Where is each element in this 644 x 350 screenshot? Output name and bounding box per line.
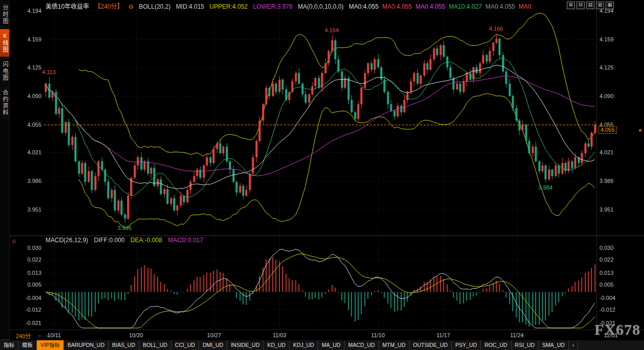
macd-axis-label-left: 0.030 bbox=[10, 245, 41, 251]
toolbar-tab-BOLL_UD[interactable]: BOLL_UD bbox=[139, 340, 171, 350]
layout-control-button-5[interactable]: ▦ bbox=[606, 2, 614, 9]
price-axis-label-left: 4.090 bbox=[10, 93, 41, 99]
collapse-indicator-icon[interactable]: ⊖ bbox=[128, 3, 134, 10]
layout-control-button-4[interactable]: ▥ bbox=[596, 2, 604, 9]
watermark: FX678 bbox=[594, 321, 640, 338]
sidebar-tab-K线图[interactable]: K线图 bbox=[0, 29, 9, 57]
price-axis-label-right: 4.021 bbox=[599, 149, 614, 155]
boll-upper-value: UPPER:4.052 bbox=[210, 3, 248, 10]
toolbar-tab-MA_UD[interactable]: MA_UD bbox=[318, 340, 345, 350]
boll-mid-value: MID:4.015 bbox=[176, 3, 204, 10]
toolbar-tab-BIAS_UD[interactable]: BIAS_UD bbox=[108, 340, 139, 350]
toolbar-tab-SMA_UD[interactable]: SMA_UD bbox=[539, 340, 569, 350]
sidebar-tab-闪电图[interactable]: 闪电图 bbox=[0, 58, 9, 85]
toolbar-tab-RSI_UD[interactable]: RSI_UD bbox=[512, 340, 539, 350]
ma-value: MA0:4.055 bbox=[349, 3, 379, 10]
date-label-11/24: 11/24 bbox=[510, 332, 524, 338]
toolbar-tab-KDJ_UD[interactable]: KDJ_UD bbox=[290, 340, 318, 350]
latest-price-arrow-icon[interactable]: ▲ bbox=[638, 127, 642, 132]
layout-control-button-3[interactable]: ▤ bbox=[586, 2, 594, 9]
boll-label: BOLL(20,2) bbox=[139, 3, 170, 10]
chart-region: 分时图K线图闪电图合约资料 美债10年收益率 【240分】 ⊖ BOLL(20,… bbox=[0, 0, 644, 339]
layout-control-button-2[interactable]: ⊟ bbox=[576, 2, 585, 9]
sidebar-tab-合约资料[interactable]: 合约资料 bbox=[0, 86, 9, 120]
macd-axis-label-right: 0.030 bbox=[599, 245, 614, 251]
price-axis-label-right: 4.090 bbox=[599, 93, 614, 99]
price-axis-label-right: 3.986 bbox=[599, 178, 614, 184]
date-label-11/03: 11/03 bbox=[273, 332, 286, 338]
pan-left-button[interactable]: ← bbox=[37, 332, 43, 338]
toolbar-tab-MTM_UD[interactable]: MTM_UD bbox=[379, 340, 410, 350]
macd-panel-toggle-icon[interactable]: ◎ bbox=[12, 238, 16, 244]
price-axis-label-right: 4.159 bbox=[599, 36, 614, 42]
current-price-tag: 4.055 bbox=[598, 126, 617, 134]
date-label-11/10: 11/10 bbox=[371, 332, 385, 338]
left-sidebar: 分时图K线图闪电图合约资料 bbox=[0, 0, 10, 339]
macd-header: MACD(26,12,9) DIFF:0.000 DEA:-0.008 MACD… bbox=[46, 237, 207, 244]
macd-macd-value: MACD:0.017 bbox=[168, 237, 203, 244]
macd-axis-label-left: -0.004 bbox=[10, 295, 41, 301]
price-axis-label-left: 4.159 bbox=[10, 36, 41, 42]
macd-axis-label-left: -0.012 bbox=[10, 307, 41, 313]
macd-axis-label-right: 0.013 bbox=[599, 270, 614, 276]
macd-axis-label-right: 0.022 bbox=[599, 256, 614, 263]
indicator-header: 美债10年收益率 【240分】 ⊖ BOLL(20,2) MID:4.015 U… bbox=[46, 2, 540, 10]
ma-values: MA0:4.055MA0:4.055MA0:4.055MA10:4.027MA0… bbox=[349, 3, 537, 10]
trading-app: 分时图K线图闪电图合约资料 美债10年收益率 【240分】 ⊖ BOLL(20,… bbox=[0, 0, 644, 350]
date-label-11/17: 11/17 bbox=[436, 332, 450, 338]
price-axis-label-left: 3.986 bbox=[10, 178, 41, 184]
bottom-toolbar: 指标模板VIP指标BARUPDN_UDBIAS_UDBOLL_UDCCI_UDD… bbox=[0, 339, 644, 350]
price-annotation-4.113: 4.113 bbox=[42, 69, 56, 75]
window-controls: ⊞⊟▤▥▦ bbox=[567, 2, 614, 9]
toolbar-tab-BARUPDN_UD[interactable]: BARUPDN_UD bbox=[64, 340, 108, 350]
sidebar-tab-分时图[interactable]: 分时图 bbox=[0, 1, 9, 28]
macd-axis-label-right: -0.012 bbox=[599, 307, 615, 313]
price-axis-label-right: 3.951 bbox=[599, 206, 614, 213]
toolbar-tab-MACD_UD[interactable]: MACD_UD bbox=[345, 340, 379, 350]
price-axis-label-left: 3.951 bbox=[10, 206, 41, 213]
macd-diff-value: DIFF:0.000 bbox=[94, 237, 125, 244]
ma-value: MA0:4.055 bbox=[485, 3, 515, 10]
macd-title: MACD(26,12,9) bbox=[46, 237, 88, 244]
toolbar-tab-OUTSIDE_UD[interactable]: OUTSIDE_UD bbox=[410, 340, 452, 350]
toolbar-tab-模板[interactable]: 模板 bbox=[18, 340, 37, 350]
ma-value: MA0: bbox=[519, 3, 533, 10]
toolbar-tab-DMI_UD[interactable]: DMI_UD bbox=[199, 340, 227, 350]
toolbar-tab-指标[interactable]: 指标 bbox=[0, 340, 18, 350]
price-axis-label-left: 4.055 bbox=[10, 122, 41, 128]
price-chart-canvas[interactable] bbox=[10, 0, 644, 330]
macd-axis-label-left: 0.005 bbox=[10, 282, 41, 288]
macd-dea-value: DEA:-0.008 bbox=[130, 237, 162, 244]
period-label: 【240分】 bbox=[95, 3, 123, 10]
date-label-10/11: 10/11 bbox=[48, 332, 61, 338]
ma-group-label: MA(0,0,0,10,0,0) bbox=[298, 3, 343, 10]
price-annotation-3.935: 3.935 bbox=[118, 225, 132, 231]
macd-axis-label-left: -0.021 bbox=[10, 320, 41, 326]
toolbar-tab-ROC_UD[interactable]: ROC_UD bbox=[481, 340, 511, 350]
toolbar-tab-KD_UD[interactable]: KD_UD bbox=[263, 340, 290, 350]
macd-axis-label-left: 0.022 bbox=[10, 256, 41, 263]
chart-panel: 美债10年收益率 【240分】 ⊖ BOLL(20,2) MID:4.015 U… bbox=[10, 0, 644, 339]
price-annotation-4.166: 4.166 bbox=[489, 26, 503, 32]
price-axis-label-left: 4.194 bbox=[10, 8, 41, 14]
toolbar-tab-PSY_UD[interactable]: PSY_UD bbox=[452, 340, 481, 350]
period-indicator: 240分 bbox=[16, 332, 31, 340]
price-annotation-3.984: 3.984 bbox=[539, 184, 553, 191]
macd-axis-label-left: 0.013 bbox=[10, 270, 41, 276]
price-axis-label-left: 4.021 bbox=[10, 149, 41, 155]
ma-value: MA10:4.027 bbox=[449, 3, 482, 10]
symbol-title: 美债10年收益率 bbox=[46, 3, 89, 10]
toolbar-more-button[interactable]: › bbox=[569, 340, 579, 350]
toolbar-tab-VIP指标[interactable]: VIP指标 bbox=[37, 340, 64, 350]
date-label-10/27: 10/27 bbox=[207, 332, 221, 338]
macd-axis-label-right: -0.004 bbox=[599, 295, 615, 301]
price-annotation-4.164: 4.164 bbox=[325, 27, 339, 33]
time-axis: 240分 ← → 10/1110/2010/2711/0311/1011/171… bbox=[10, 330, 644, 340]
toolbar-tab-CCI_UD[interactable]: CCI_UD bbox=[171, 340, 199, 350]
macd-axis-label-right: 0.005 bbox=[599, 282, 614, 288]
price-axis-label-left: 4.125 bbox=[10, 64, 41, 71]
boll-lower-value: LOWER:3.978 bbox=[253, 3, 293, 10]
price-axis-label-right: 4.125 bbox=[599, 64, 614, 71]
toolbar-tab-INSIDE_UD[interactable]: INSIDE_UD bbox=[227, 340, 263, 350]
layout-control-button-1[interactable]: ⊞ bbox=[567, 2, 575, 9]
